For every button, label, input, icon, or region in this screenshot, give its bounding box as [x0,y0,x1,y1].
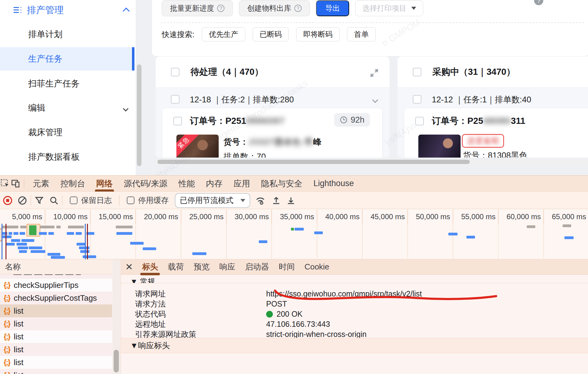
devtools-tab-元素[interactable]: 元素 [27,176,55,192]
waterfall-bar [31,250,45,253]
record-icon[interactable] [2,195,13,206]
devtools-tab-Lighthouse[interactable]: Lighthouse [308,176,360,192]
collapse-chevron-icon[interactable] [124,9,129,15]
detail-tab-启动器[interactable]: 启动器 [240,259,274,275]
request-row-list[interactable]: {;}list [0,304,112,317]
order-checkbox[interactable] [415,117,424,125]
checkbox[interactable] [70,197,77,204]
product-image[interactable]: 紧急 [176,135,219,158]
general-section-clipped[interactable]: ▼ 常规 [121,275,588,283]
quick-search-buttons: 优先生产已断码即将断码首单 [202,27,376,41]
chevron-down-icon[interactable] [124,103,128,113]
export-har-icon[interactable] [286,195,296,206]
search-icon[interactable] [49,195,59,206]
clear-icon[interactable] [17,195,28,206]
header-key: 状态代码 [121,309,266,319]
header-value: https://sso.geiwohuo.com/gmpj/srp/task/v… [266,289,422,298]
request-name: list [14,332,24,342]
ruler-tick-label: 15,000 ms [99,212,133,221]
detail-tab-时间[interactable]: 时间 [274,259,300,275]
group-checkbox[interactable] [413,95,421,104]
request-list-scrollbar-track [112,259,120,374]
waterfall-bar [9,232,12,235]
ruler-tick-label: 30,000 ms [235,212,269,221]
sidebar-item-1[interactable]: 生产任务 [0,47,132,71]
waterfall-bar [29,225,36,235]
detail-tab-Cookie[interactable]: Cookie [300,259,334,275]
detail-tab-载荷[interactable]: 载荷 [163,259,189,275]
product-image[interactable] [418,135,461,158]
order-card[interactable]: 订单号：P2548080311 进度逾期 货号：81308黑色 [404,108,588,158]
order-checkbox[interactable] [173,117,182,125]
page-help-icon[interactable]: ? [534,0,543,5]
disable-cache-toggle[interactable]: 停用缓存 [127,195,169,205]
network-overview-waterfall[interactable] [0,224,588,259]
request-row-checkSupplierTips[interactable]: {;}checkSupplierTips [0,279,112,292]
sidebar-item-5[interactable]: 排产数据看板 [0,145,132,169]
waterfall-bar [291,228,294,231]
detail-tab-标头[interactable]: 标头 [137,259,163,275]
inspect-element-icon[interactable] [0,178,10,189]
devtools-tab-应用[interactable]: 应用 [228,176,256,192]
devtools-tab-隐私与安全[interactable]: 隐私与安全 [256,176,308,192]
devtools-tab-网络[interactable]: 网络 [91,176,118,192]
device-toolbar-icon[interactable] [10,178,21,189]
network-conditions-icon[interactable] [255,195,266,206]
order-card[interactable]: 订单号：P2510886087 92h 紧急 货号：J3327墨绿色-秀峰 排单… [162,108,382,158]
quick-search-option-3[interactable]: 首单 [347,27,376,41]
waterfall-bar [19,250,27,253]
devtools-tab-性能[interactable]: 性能 [173,176,201,192]
quick-search-option-2[interactable]: 即将断码 [296,27,340,41]
json-braces-icon: {;} [4,281,10,289]
request-list-scrollbar-thumb[interactable] [114,350,119,372]
group-checkbox[interactable] [171,95,179,104]
throttling-dropdown[interactable]: 已停用节流模式 [175,193,250,208]
print-select-dropdown[interactable]: 选择打印项目 [355,0,423,16]
devtools-tab-控制台[interactable]: 控制台 [55,176,91,192]
group-chevron-icon[interactable] [373,98,377,103]
detail-tab-预览[interactable]: 预览 [189,259,214,275]
request-row-list[interactable]: {;}list [0,343,112,356]
request-row-list[interactable]: {;}list [0,356,112,369]
checkbox[interactable] [127,197,134,204]
sidebar-item-0[interactable]: 排单计划 [0,23,132,46]
network-toolbar: 保留日志 停用缓存 已停用节流模式 [0,192,588,209]
request-name: checkSupplierTips [14,280,78,290]
preserve-log-toggle[interactable]: 保留日志 [70,195,112,205]
quick-search-option-0[interactable]: 优先生产 [202,27,245,41]
waterfall-bar [143,247,156,250]
header-value: strict-origin-when-cross-origin [266,330,367,339]
devtools-tab-内存[interactable]: 内存 [201,176,228,192]
sidebar-item-4[interactable]: 裁床管理 [0,121,132,144]
create-outbound-button[interactable]: 创建物料出库? [239,0,310,16]
horizontal-scrollbar-thumb[interactable] [157,160,470,164]
panel-purchasing-checkbox[interactable] [413,68,421,76]
quick-search-option-1[interactable]: 已断码 [253,27,289,41]
filter-icon[interactable] [34,195,44,206]
close-icon[interactable]: ✕ [125,261,133,272]
page-vertical-scrollbar[interactable] [137,64,141,166]
json-braces-icon: {;} [4,358,10,367]
ruler-tick-label: 65,000 ms [552,212,586,221]
request-row-list[interactable]: {;}list [0,317,112,330]
import-har-icon[interactable] [271,195,281,206]
waterfall-bar [2,226,18,228]
sidebar-header[interactable]: 排产管理 [0,0,136,20]
request-row-list[interactable]: {;}list [0,330,112,343]
sidebar-item-3[interactable]: 编辑 [0,96,132,120]
sidebar-item-2[interactable]: 扫菲生产任务 [0,72,132,95]
devtools-tab-源代码/来源[interactable]: 源代码/来源 [118,176,173,192]
waterfall-bar [17,243,27,246]
panel-pending-title: 待处理（4｜470） [190,66,263,78]
request-row-clipped[interactable] [0,274,112,279]
export-button[interactable]: 导出 [316,0,349,16]
request-list-header[interactable]: 名称 [0,259,112,274]
detail-tab-响应[interactable]: 响应 [214,259,240,275]
request-row-list[interactable]: {;}list [0,369,112,374]
expand-icon[interactable] [370,69,379,79]
batch-update-button[interactable]: 批量更新进度? [162,0,233,16]
sidebar-item-label: 扫菲生产任务 [28,78,80,90]
response-headers-section[interactable]: ▼响应标头 [121,338,588,353]
request-row-checkSupplierCostTags[interactable]: {;}checkSupplierCostTags [0,292,112,304]
panel-pending-checkbox[interactable] [171,68,179,76]
